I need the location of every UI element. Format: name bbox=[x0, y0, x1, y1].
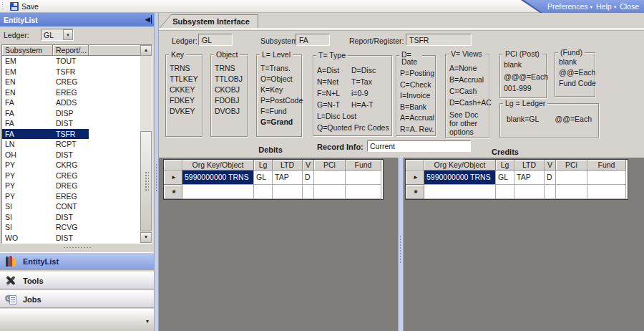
list-item[interactable]: ENCREG bbox=[2, 77, 152, 87]
group-item: FDOBJ bbox=[215, 95, 247, 106]
panel-splitter[interactable] bbox=[154, 13, 159, 331]
grid-cell[interactable]: D bbox=[303, 171, 314, 185]
grid-cell[interactable] bbox=[556, 185, 587, 199]
help-menu[interactable]: Help ▾ bbox=[596, 2, 616, 11]
toolbar-grip[interactable] bbox=[1, 1, 4, 11]
list-item[interactable]: FATSFR bbox=[2, 129, 152, 140]
grid-cell[interactable] bbox=[346, 185, 381, 199]
grid-cell[interactable] bbox=[587, 171, 626, 185]
scroll-up-icon[interactable]: ▲ bbox=[140, 45, 152, 56]
grid-cell[interactable] bbox=[314, 171, 346, 185]
current-row-marker-icon[interactable]: ► bbox=[164, 171, 182, 185]
grid-column-header[interactable]: Lg bbox=[254, 160, 273, 171]
grid-cell[interactable]: TAP bbox=[273, 171, 303, 185]
grid-cell[interactable]: D bbox=[545, 171, 556, 185]
grid-column-header[interactable]: Org Key/Object bbox=[182, 160, 254, 171]
save-button[interactable]: Save bbox=[7, 1, 42, 11]
grid-column-header[interactable]: Lg bbox=[496, 160, 514, 171]
row-selector-header[interactable] bbox=[164, 160, 182, 171]
grid-column-header[interactable]: Fund bbox=[346, 160, 381, 171]
grid-cell[interactable]: TAP bbox=[514, 171, 545, 185]
grid-cell[interactable]: GL bbox=[254, 171, 273, 185]
grid-column-header[interactable]: Org Key/Object bbox=[424, 160, 496, 171]
grid-column-header[interactable]: V bbox=[303, 160, 314, 171]
list-item[interactable]: PYDREG bbox=[2, 181, 152, 191]
preferences-menu[interactable]: Preferences ▾ bbox=[547, 2, 592, 11]
sidebar-item-jobs[interactable]: ⚙ Jobs bbox=[0, 290, 154, 308]
grid-cell[interactable] bbox=[545, 185, 556, 199]
grid-cell[interactable]: 5990000000 TRNS bbox=[182, 171, 254, 185]
column-header-report[interactable]: Report/... bbox=[53, 45, 89, 56]
list-cell: FA bbox=[2, 97, 53, 108]
grid-column-header[interactable]: PCi bbox=[314, 160, 346, 171]
grid-cell[interactable] bbox=[182, 185, 254, 199]
grid-cell[interactable] bbox=[424, 185, 496, 199]
grid-column-header[interactable]: LTD bbox=[273, 160, 303, 171]
scroll-down-icon[interactable]: ▼ bbox=[140, 232, 152, 243]
list-cell: EREG bbox=[53, 87, 89, 98]
sidebar-item-entitylist[interactable]: EntityList bbox=[0, 252, 154, 270]
main-subsystem-field[interactable]: FA bbox=[296, 34, 330, 46]
grid-cell[interactable] bbox=[314, 185, 346, 199]
grid-cell[interactable] bbox=[587, 185, 626, 199]
grid-new-row[interactable]: * bbox=[406, 185, 628, 199]
grid-column-header[interactable]: V bbox=[545, 160, 556, 171]
list-item[interactable]: OHDIST bbox=[2, 150, 152, 160]
grid-column-header[interactable]: Fund bbox=[587, 160, 626, 171]
grid-column-header[interactable]: PCi bbox=[556, 160, 587, 171]
scrollbar-thumb[interactable] bbox=[140, 131, 152, 231]
main-report-field[interactable]: TSFR bbox=[406, 34, 472, 46]
list-item[interactable]: EMTSFR bbox=[2, 67, 152, 77]
current-row-marker-icon[interactable]: ► bbox=[406, 171, 424, 185]
collapse-panel-icon[interactable]: ◀ bbox=[145, 15, 152, 24]
sidebar-item-tools[interactable]: Tools bbox=[0, 272, 154, 289]
list-item[interactable]: FAADDS bbox=[2, 97, 152, 108]
list-item[interactable]: SICONT bbox=[2, 201, 152, 212]
credits-label: Credits bbox=[484, 148, 527, 156]
list-item[interactable]: LNRCPT bbox=[2, 139, 152, 150]
group-item: TTLOBJ bbox=[215, 74, 247, 85]
list-item[interactable]: WODIST bbox=[2, 233, 152, 244]
grid-cell[interactable] bbox=[496, 185, 514, 199]
list-item[interactable]: PYCKRG bbox=[2, 160, 152, 171]
column-header-subsystem[interactable]: Subsystem bbox=[2, 45, 53, 56]
grid-cell[interactable] bbox=[514, 185, 545, 199]
overflow-arrow-icon[interactable]: ▾ bbox=[146, 318, 149, 325]
grid-column-header[interactable]: LTD bbox=[514, 160, 545, 171]
list-item[interactable]: EMTOUT bbox=[2, 56, 152, 67]
ledger-combobox[interactable]: GL ▾ bbox=[41, 29, 74, 41]
grid-splitter[interactable] bbox=[398, 158, 404, 331]
save-label: Save bbox=[21, 2, 39, 11]
grid-cell[interactable] bbox=[346, 171, 381, 185]
group-item: blank bbox=[559, 57, 595, 67]
list-item[interactable]: SIDIST bbox=[2, 212, 152, 223]
new-row-marker-icon[interactable]: * bbox=[164, 185, 182, 199]
row-selector-header[interactable] bbox=[406, 160, 424, 171]
grid-cell[interactable] bbox=[273, 185, 303, 199]
list-scrollbar[interactable]: ▲ ▼ bbox=[140, 45, 152, 243]
panel-resize-handle[interactable] bbox=[0, 244, 154, 251]
tab-subsystem-interface[interactable]: Subsystem Interface bbox=[160, 14, 258, 28]
list-cell: SI bbox=[2, 212, 53, 223]
list-item[interactable]: FADIST bbox=[2, 118, 152, 129]
grid-cell[interactable]: GL bbox=[496, 171, 514, 185]
close-button[interactable]: Close bbox=[620, 2, 639, 11]
list-item[interactable]: SIRCVG bbox=[2, 222, 152, 233]
dropdown-arrow-icon[interactable]: ▾ bbox=[63, 29, 73, 40]
grid-cell[interactable] bbox=[254, 185, 273, 199]
grid-cell[interactable]: 5990000000 TRNS bbox=[424, 171, 496, 185]
list-item[interactable]: PYEREG bbox=[2, 191, 152, 202]
grid-cell[interactable] bbox=[556, 171, 587, 185]
sidebar-overflow-area: ▾ bbox=[0, 309, 154, 331]
record-info-field[interactable]: Current bbox=[367, 140, 471, 152]
list-item[interactable]: PYCREG bbox=[2, 171, 152, 181]
grid-cell[interactable] bbox=[303, 185, 314, 199]
debits-label: Debits bbox=[249, 145, 292, 154]
new-row-marker-icon[interactable]: * bbox=[406, 185, 424, 199]
grid-new-row[interactable]: * bbox=[164, 185, 383, 199]
list-item[interactable]: ENEREG bbox=[2, 87, 152, 98]
chevron-down-icon: ▾ bbox=[590, 4, 593, 9]
main-ledger-field[interactable]: GL bbox=[198, 34, 233, 46]
list-item[interactable]: FADISP bbox=[2, 108, 152, 119]
group-item: C=Cash bbox=[449, 85, 489, 97]
